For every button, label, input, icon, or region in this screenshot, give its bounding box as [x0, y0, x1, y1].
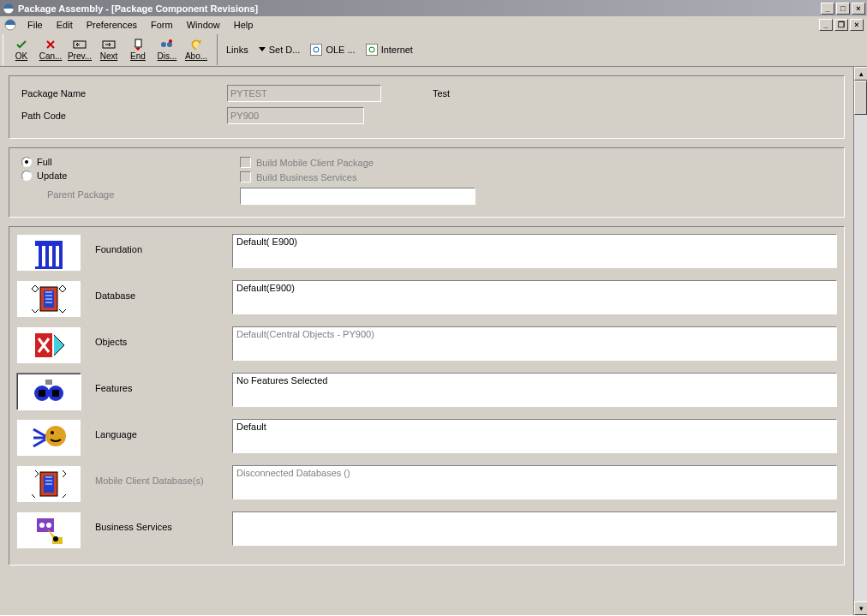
full-radio-label: Full: [37, 157, 52, 167]
svg-point-37: [46, 523, 51, 528]
full-radio[interactable]: Full: [21, 157, 240, 167]
update-radio-label: Update: [37, 170, 67, 181]
ole-icon: [310, 44, 322, 56]
svg-point-29: [51, 431, 54, 434]
scroll-down-icon[interactable]: ▾: [854, 601, 867, 615]
database-label: Database: [95, 280, 232, 301]
svg-point-38: [53, 536, 58, 541]
end-button[interactable]: End: [123, 35, 152, 64]
menu-edit[interactable]: Edit: [50, 18, 80, 32]
features-value[interactable]: No Features Selected: [232, 373, 837, 407]
database-icon[interactable]: [16, 280, 81, 318]
internet-icon: [366, 44, 378, 56]
cross-icon: [44, 38, 57, 51]
language-label: Language: [95, 419, 232, 440]
menu-preferences[interactable]: Preferences: [80, 18, 144, 32]
parent-package-field[interactable]: [240, 188, 475, 205]
svg-rect-27: [45, 380, 52, 385]
dropdown-icon: [259, 47, 266, 51]
next-icon: [102, 38, 116, 51]
language-icon[interactable]: [16, 419, 81, 457]
components-panel: Foundation Default( E900) Database Defau…: [9, 226, 845, 565]
about-label: Abo...: [185, 51, 207, 61]
objects-icon[interactable]: [16, 326, 81, 364]
svg-point-28: [45, 426, 66, 446]
cancel-button[interactable]: Can...: [36, 35, 65, 64]
build-mobile-label: Build Mobile Client Package: [256, 158, 374, 168]
cancel-label: Can...: [39, 51, 63, 61]
display-button[interactable]: Dis...: [152, 35, 182, 64]
internet-link[interactable]: Internet: [361, 44, 418, 56]
foundation-label: Foundation: [95, 234, 232, 254]
business-services-icon[interactable]: [16, 511, 81, 549]
foundation-value[interactable]: Default( E900): [232, 234, 837, 268]
svg-point-7: [169, 39, 172, 43]
scroll-thumb[interactable]: [854, 81, 867, 115]
display-label: Dis...: [158, 51, 177, 61]
mobile-client-db-value[interactable]: Disconnected Databases (): [232, 465, 837, 499]
prev-label: Prev...: [68, 51, 92, 61]
database-value[interactable]: Default(E900): [232, 280, 837, 314]
svg-rect-25: [39, 390, 45, 397]
business-services-value[interactable]: [232, 511, 837, 546]
mdi-icon: [3, 18, 17, 32]
menu-form[interactable]: Form: [144, 18, 180, 32]
scroll-up-icon[interactable]: ▴: [854, 67, 867, 81]
menu-help[interactable]: Help: [227, 18, 260, 32]
package-desc: Test: [433, 88, 450, 99]
objects-value[interactable]: Default(Central Objects - PY900): [232, 326, 837, 361]
svg-point-8: [314, 47, 319, 52]
update-radio[interactable]: Update: [21, 170, 240, 181]
mdi-minimize-button[interactable]: _: [819, 19, 833, 31]
maximize-button[interactable]: □: [836, 3, 850, 15]
close-button[interactable]: ×: [852, 3, 865, 15]
next-label: Next: [100, 51, 118, 61]
objects-label: Objects: [95, 326, 232, 347]
foundation-icon[interactable]: [16, 234, 81, 272]
build-mobile-checkbox[interactable]: Build Mobile Client Package: [240, 157, 475, 168]
language-value[interactable]: Default: [232, 419, 837, 453]
svg-rect-26: [52, 390, 59, 397]
ok-label: OK: [15, 51, 27, 61]
build-bss-label: Build Business Services: [256, 172, 356, 182]
package-name-label: Package Name: [21, 88, 227, 99]
set-display-link[interactable]: Set D...: [254, 45, 306, 55]
svg-rect-15: [35, 266, 63, 269]
svg-rect-10: [35, 241, 63, 246]
ole-link[interactable]: OLE ...: [305, 44, 360, 56]
about-button[interactable]: Abo...: [182, 35, 211, 64]
path-code-field[interactable]: [227, 107, 364, 124]
svg-point-6: [167, 42, 172, 47]
package-name-field[interactable]: [227, 85, 381, 102]
vertical-scrollbar[interactable]: ▴ ▾: [853, 67, 867, 615]
mdi-restore-button[interactable]: ❐: [834, 19, 848, 31]
titlebar: Package Assembly - [Package Component Re…: [0, 0, 867, 16]
window-title: Package Assembly - [Package Component Re…: [18, 3, 821, 14]
ok-button[interactable]: OK: [7, 35, 36, 64]
menu-window[interactable]: Window: [180, 18, 227, 32]
svg-rect-4: [135, 39, 141, 47]
mobile-client-db-icon[interactable]: [16, 465, 81, 503]
svg-rect-11: [39, 246, 42, 266]
minimize-button[interactable]: _: [821, 3, 834, 15]
check-icon: [15, 38, 28, 51]
features-label: Features: [95, 373, 232, 393]
business-services-label: Business Services: [95, 511, 232, 532]
path-code-label: Path Code: [21, 111, 227, 121]
menubar: File Edit Preferences Form Window Help _…: [0, 16, 867, 33]
header-panel: Package Name Test Path Code: [9, 75, 845, 139]
display-icon: [160, 38, 174, 51]
links-label: Links: [221, 45, 254, 55]
prev-button[interactable]: Prev...: [65, 35, 94, 64]
features-icon[interactable]: [16, 373, 81, 410]
svg-rect-14: [59, 246, 63, 266]
prev-icon: [73, 38, 87, 51]
parent-package-label: Parent Package: [21, 189, 114, 200]
menu-file[interactable]: File: [21, 18, 50, 32]
options-panel: Full Update Parent Package Build Mobile …: [9, 147, 845, 218]
end-label: End: [130, 51, 146, 61]
mobile-client-db-label: Mobile Client Database(s): [95, 465, 232, 486]
mdi-close-button[interactable]: ×: [850, 19, 864, 31]
build-bss-checkbox[interactable]: Build Business Services: [240, 171, 475, 182]
next-button[interactable]: Next: [94, 35, 123, 64]
